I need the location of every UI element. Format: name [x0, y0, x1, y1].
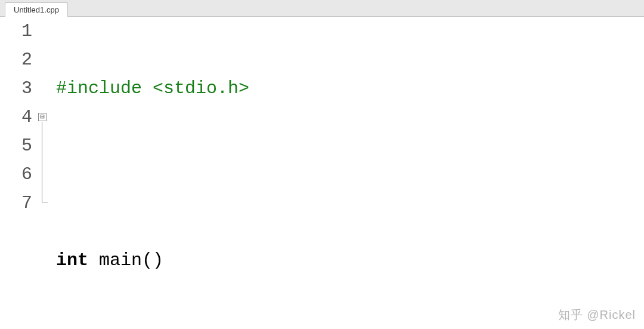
fold-column: ⊟: [36, 17, 52, 329]
line-number: 5: [0, 131, 32, 160]
watermark-text: 知乎 @Rickel: [558, 307, 636, 323]
line-number: 1: [0, 17, 32, 45]
code-line[interactable]: int main(): [52, 246, 644, 275]
space: [88, 250, 99, 270]
fold-toggle-icon[interactable]: ⊟: [38, 113, 47, 121]
code-line[interactable]: #include <stdio.h>: [52, 74, 644, 103]
space: [142, 78, 153, 99]
line-number: 3: [0, 74, 32, 103]
file-tab[interactable]: Untitled1.cpp: [5, 2, 68, 17]
code-area[interactable]: #include <stdio.h> int main() { printf("…: [52, 17, 644, 329]
line-number: 2: [0, 45, 32, 74]
header-name: stdio.h: [163, 78, 239, 99]
fold-guide-end: [42, 202, 48, 202]
code-line[interactable]: [52, 160, 644, 189]
line-number: 4: [0, 103, 32, 131]
paren: (: [142, 250, 153, 270]
preprocessor-token: #include: [56, 78, 142, 99]
keyword-token: int: [56, 250, 88, 270]
code-editor[interactable]: 1 2 3 4 5 6 7 ⊟ #include <stdio.h> int m…: [0, 17, 644, 329]
line-number-gutter: 1 2 3 4 5 6 7: [0, 17, 36, 329]
line-number: 7: [0, 189, 32, 217]
paren: ): [153, 250, 163, 270]
function-name: main: [99, 250, 142, 270]
angle-bracket: >: [239, 78, 249, 99]
angle-bracket: <: [153, 78, 163, 99]
tab-bar: Untitled1.cpp: [0, 0, 644, 17]
fold-guide-line: [42, 122, 42, 202]
line-number: 6: [0, 160, 32, 189]
